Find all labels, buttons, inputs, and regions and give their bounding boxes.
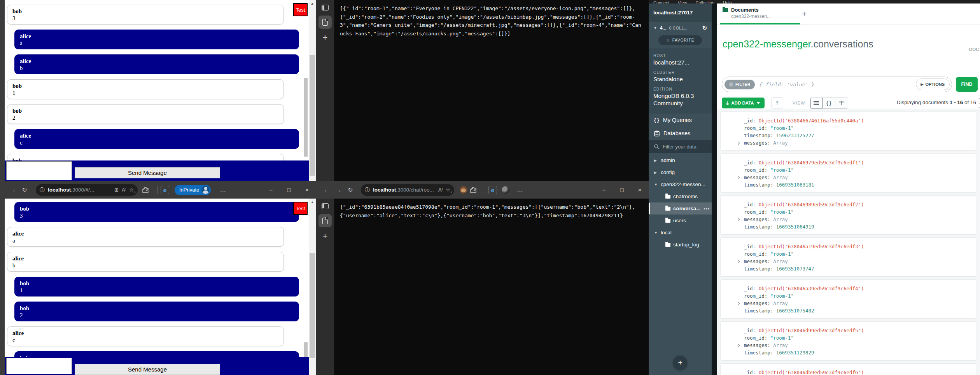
read-aloud-icon[interactable]: A): [122, 187, 126, 193]
databases-summary-row[interactable]: ▼ 4... 6 COLL... ↻: [649, 22, 712, 34]
menu-item-help[interactable]: Help: [723, 0, 732, 3]
tab-actions-icon[interactable]: [322, 5, 329, 10]
close-button[interactable]: ×: [631, 181, 649, 199]
sidebar-item-chatrooms[interactable]: ▶chatrooms: [649, 190, 712, 202]
expand-caret-icon[interactable]: ❯: [738, 300, 740, 307]
forward-icon[interactable]: →: [333, 187, 345, 194]
sidebar-item-local[interactable]: ▼local: [649, 227, 712, 239]
create-database-plus-button[interactable]: +: [673, 356, 687, 370]
add-data-button[interactable]: ⤓ ADD DATA: [722, 98, 765, 108]
edge-logo-icon[interactable]: e: [488, 186, 497, 194]
read-aloud-icon[interactable]: A): [438, 187, 443, 193]
favorite-button[interactable]: ☆ FAVORITE: [658, 35, 702, 45]
site-info-icon[interactable]: ⓘ: [365, 187, 370, 194]
tab-actions-icon[interactable]: [322, 203, 329, 209]
document-card[interactable]: _id: ObjectId('638046979ed59c3df9c6edf1'…: [720, 153, 977, 193]
document-card[interactable]: _id: ObjectId('638046d99ed59c3df9c6edf5'…: [720, 321, 977, 361]
message-input[interactable]: [6, 161, 72, 180]
table-view-button[interactable]: [835, 98, 848, 108]
expand-caret-icon[interactable]: ❯: [738, 174, 740, 181]
tab-grid-icon[interactable]: ⊞: [114, 187, 119, 193]
find-button[interactable]: FIND: [956, 77, 978, 92]
new-tab-plus-icon[interactable]: +: [323, 34, 328, 42]
refresh-icon[interactable]: ↻: [19, 186, 30, 194]
refresh-icon[interactable]: ↻: [345, 186, 356, 194]
chevron-down-icon[interactable]: ▼: [653, 26, 657, 30]
filter-box[interactable]: i FILTER ▶ OPTIONS: [722, 77, 952, 92]
scroll-up-icon[interactable]: ▲: [309, 200, 316, 204]
extensions-puzzle-icon[interactable]: [142, 187, 154, 193]
active-tab[interactable]: [318, 214, 332, 227]
message-input[interactable]: [6, 358, 72, 374]
favorite-star-icon[interactable]: ☆+: [129, 187, 134, 193]
sidebar-item-my-queries[interactable]: { } My Queries: [649, 113, 712, 127]
expand-caret-icon[interactable]: ❯: [738, 342, 740, 349]
export-collection-button[interactable]: ⤒: [772, 98, 783, 108]
extensions-puzzle-icon[interactable]: [470, 187, 482, 193]
chevron-right-icon[interactable]: ▶: [654, 171, 658, 174]
send-message-button[interactable]: Send Message: [75, 167, 220, 178]
edge-logo-icon[interactable]: e: [161, 186, 169, 194]
list-view-button[interactable]: [810, 98, 823, 108]
page-scrollbar[interactable]: ▲: [309, 199, 316, 375]
prev-page-button[interactable]: ‹: [978, 98, 980, 108]
minimize-button[interactable]: −: [262, 181, 280, 199]
scrollbar-thumb[interactable]: [310, 253, 315, 358]
page-scrollbar[interactable]: ▲: [309, 0, 316, 181]
sidebar-item-startup-log[interactable]: ▶startup_log: [649, 239, 712, 251]
document-card[interactable]: _id: ObjectId('6380466746116af55d0c440a'…: [720, 112, 977, 151]
inner-scrollbar-thumb[interactable]: [304, 78, 308, 157]
minimize-button[interactable]: −: [595, 181, 613, 199]
document-card[interactable]: _id: ObjectId('638046db9ed59c3df9c6edf6'…: [720, 363, 977, 375]
scrollbar-thumb[interactable]: [310, 55, 315, 176]
item-menu-icon[interactable]: •••: [704, 206, 710, 211]
back-icon[interactable]: ←: [321, 187, 333, 194]
new-tab-plus-icon[interactable]: +: [802, 9, 807, 19]
document-card[interactable]: _id: ObjectId('638046989ed59c3df9c6edf2'…: [720, 195, 977, 235]
chat-message-list[interactable]: bobalicecbob2bob1alicebaliceabob3 Test S…: [5, 0, 309, 181]
send-message-button[interactable]: Send Message: [75, 364, 220, 375]
expand-caret-icon[interactable]: ❯: [738, 258, 740, 265]
chevron-right-icon[interactable]: ▶: [654, 159, 658, 162]
filter-data-input[interactable]: [663, 144, 709, 150]
expand-caret-icon[interactable]: ❯: [738, 139, 740, 147]
more-options-icon[interactable]: …: [217, 187, 229, 194]
test-button[interactable]: Test: [293, 3, 308, 16]
document-card[interactable]: _id: ObjectId('638046a39ed59c3df9c6edf4'…: [720, 279, 977, 319]
filter-query-input[interactable]: [760, 82, 916, 87]
workspace-tab-documents[interactable]: Documents cpen322-messen...: [723, 3, 795, 24]
close-button[interactable]: ×: [298, 181, 316, 199]
profile-avatar-icon[interactable]: [201, 186, 210, 194]
active-tab[interactable]: [318, 16, 332, 29]
refresh-icon[interactable]: ↻: [702, 24, 707, 31]
maximize-button[interactable]: □: [280, 181, 298, 199]
sidebar-item-config[interactable]: ▶config: [649, 166, 712, 178]
expand-caret-icon[interactable]: ❯: [738, 216, 740, 223]
menu-item-view[interactable]: View: [678, 0, 687, 3]
scroll-up-icon[interactable]: ▲: [309, 2, 316, 5]
menu-item-connect[interactable]: Connect: [653, 0, 669, 3]
forward-icon[interactable]: →: [7, 187, 19, 194]
test-button[interactable]: Test: [293, 202, 308, 215]
menu-item-collection[interactable]: Collection: [696, 0, 714, 3]
site-info-icon[interactable]: ⓘ: [40, 187, 45, 194]
tampermonkey-extension-icon[interactable]: [460, 186, 467, 194]
chevron-down-icon[interactable]: ▼: [654, 183, 658, 187]
chevron-down-icon[interactable]: ▼: [654, 231, 658, 235]
inprivate-badge[interactable]: InPrivate: [175, 185, 211, 195]
options-button[interactable]: ▶ OPTIONS: [916, 78, 950, 90]
json-view-button[interactable]: { }: [823, 98, 835, 108]
sidebar-item-conversa-[interactable]: ▶conversa...•••: [649, 202, 712, 215]
document-card[interactable]: _id: ObjectId('638046a19ed59c3df9c6edf3'…: [720, 237, 977, 277]
sidebar-search[interactable]: [649, 140, 712, 153]
profile-avatar-icon[interactable]: [502, 186, 509, 194]
sidebar-item-users[interactable]: ▶users: [649, 215, 712, 227]
sidebar-item-databases[interactable]: Databases: [649, 127, 712, 140]
favorite-star-icon[interactable]: ☆+: [446, 187, 450, 193]
chat-message-list[interactable]: bobalicecbob2bob1alicebaliceabob3 Test S…: [5, 199, 309, 375]
sidebar-item-admin[interactable]: ▶admin: [649, 154, 712, 166]
maximize-button[interactable]: □: [613, 181, 631, 199]
address-bar[interactable]: ⓘ localhost:3000/chat/roo... A) ☆+: [361, 184, 454, 196]
new-tab-plus-icon[interactable]: +: [323, 232, 328, 240]
more-options-icon[interactable]: …: [514, 187, 526, 194]
